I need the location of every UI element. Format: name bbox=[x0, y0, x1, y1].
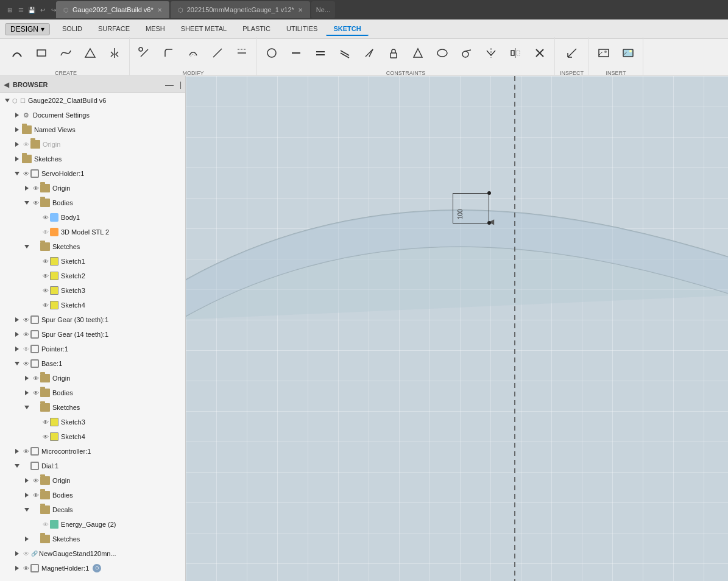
line2-tool[interactable] bbox=[230, 37, 254, 69]
sketch2-eye[interactable]: 👁 bbox=[41, 272, 50, 280]
base-sketches-arrow[interactable] bbox=[22, 403, 32, 412]
tree-body1[interactable]: 👁 Body1 bbox=[0, 210, 185, 225]
tree-base-origin[interactable]: 👁 Origin bbox=[0, 371, 185, 386]
save-icon[interactable]: 💾 bbox=[27, 5, 37, 15]
sketch1-eye[interactable]: 👁 bbox=[41, 257, 50, 266]
base-bodies-arrow[interactable] bbox=[22, 388, 32, 398]
tree-servoholder-sketches[interactable]: Sketches bbox=[0, 239, 185, 254]
dial-bodies-eye[interactable]: 👁 bbox=[32, 491, 40, 499]
design-button[interactable]: DESIGN ▾ bbox=[5, 23, 50, 35]
dial-origin-arrow[interactable] bbox=[22, 476, 32, 485]
tree-base-bodies[interactable]: 👁 Bodies bbox=[0, 386, 185, 400]
servoholder-eye[interactable]: 👁 bbox=[22, 169, 30, 178]
canvas-area[interactable]: 100 ◀ bbox=[186, 76, 728, 581]
browser-left-arrow[interactable]: ◀ bbox=[4, 80, 9, 89]
lock-tool[interactable] bbox=[381, 37, 406, 69]
sketch3-sh-eye[interactable]: 👁 bbox=[41, 286, 50, 295]
tree-sketches-top[interactable]: Sketches bbox=[0, 152, 185, 166]
tree-base-sketches[interactable]: Sketches bbox=[0, 400, 185, 415]
body1-eye[interactable]: 👁 bbox=[41, 213, 50, 222]
sketch4-base-eye[interactable]: 👁 bbox=[41, 432, 50, 441]
stl2-eye[interactable]: 👁 bbox=[41, 228, 50, 236]
line-tool[interactable] bbox=[205, 37, 230, 69]
tree-magnet-holder[interactable]: 👁 MagnetHolder:1 ⊙ bbox=[0, 561, 185, 576]
ngs-arrow[interactable] bbox=[12, 549, 22, 558]
base-eye[interactable]: 👁 bbox=[22, 359, 30, 368]
base-bodies-eye[interactable]: 👁 bbox=[32, 389, 40, 397]
sketches-top-arrow[interactable] bbox=[12, 154, 22, 164]
tree-dial-sketches[interactable]: Sketches bbox=[0, 532, 185, 546]
tree-origin-top[interactable]: 👁 Origin bbox=[0, 137, 185, 152]
tree-servoholder[interactable]: 👁 ServoHolder:1 bbox=[0, 166, 185, 181]
tree-dial[interactable]: Dial:1 bbox=[0, 459, 185, 473]
tree-stl2[interactable]: 👁 3D Model STL 2 bbox=[0, 225, 185, 239]
base-arrow[interactable] bbox=[12, 359, 22, 368]
dial-bodies-arrow[interactable] bbox=[22, 490, 32, 500]
tab-solid[interactable]: SOLID bbox=[55, 23, 90, 36]
dial-decals-arrow[interactable] bbox=[22, 505, 32, 515]
tree-pointer[interactable]: 👁 Pointer:1 bbox=[0, 342, 185, 356]
photo-insert-tool[interactable] bbox=[616, 37, 640, 69]
tab-sketch[interactable]: SKETCH bbox=[326, 23, 368, 36]
tree-sketch3-sh[interactable]: 👁 Sketch3 bbox=[0, 283, 185, 298]
tree-spur-gear-14[interactable]: 👁 Spur Gear (14 teeth):1 bbox=[0, 327, 185, 342]
mh-eye[interactable]: 👁 bbox=[22, 564, 30, 572]
circle-tool[interactable] bbox=[260, 37, 284, 69]
mh-arrow[interactable] bbox=[12, 563, 22, 573]
dial-origin-eye[interactable]: 👁 bbox=[32, 476, 40, 485]
perpendicular-tool[interactable] bbox=[357, 37, 381, 69]
new-tab[interactable]: Ne... bbox=[311, 1, 335, 18]
origin-top-eye[interactable]: 👁 bbox=[22, 140, 30, 149]
undo-icon[interactable]: ↩ bbox=[38, 5, 48, 15]
tree-named-views[interactable]: Named Views bbox=[0, 122, 185, 137]
tab-plastic[interactable]: PLASTIC bbox=[235, 23, 278, 36]
mc-eye[interactable]: 👁 bbox=[22, 447, 30, 456]
ngs-eye[interactable]: 👁 bbox=[22, 549, 30, 558]
triangle-tool[interactable] bbox=[78, 37, 102, 69]
sg14-arrow[interactable] bbox=[12, 329, 22, 339]
tree-energy-gauge[interactable]: 👁 Energy_Gauge (2) bbox=[0, 517, 185, 532]
tab-gauge2022[interactable]: ⬡ Gauge2022_ClaatBuild v6* ✕ bbox=[56, 1, 169, 18]
base-origin-arrow[interactable] bbox=[22, 373, 32, 383]
sg30-arrow[interactable] bbox=[12, 315, 22, 325]
servoholder-arrow[interactable] bbox=[12, 169, 22, 178]
named-views-arrow[interactable] bbox=[12, 125, 22, 135]
tree-dial-decals[interactable]: Decals bbox=[0, 502, 185, 517]
tree-spur-gear-30[interactable]: 👁 Spur Gear (30 teeth):1 bbox=[0, 312, 185, 327]
tree-sketch4-base[interactable]: 👁 Sketch4 bbox=[0, 429, 185, 444]
trim-tool[interactable] bbox=[132, 37, 157, 69]
tree-microcontroller[interactable]: 👁 Microcontroller:1 bbox=[0, 444, 185, 459]
root-expand-arrow[interactable] bbox=[2, 96, 12, 105]
tree-sketch3-base[interactable]: 👁 Sketch3 bbox=[0, 415, 185, 429]
pointer-arrow[interactable] bbox=[12, 344, 22, 354]
tree-root[interactable]: ⬡ ☐ Gauge2022_ClaatBuild v6 bbox=[0, 93, 185, 108]
sh-sketches-arrow[interactable] bbox=[22, 242, 32, 252]
symmetric-tool[interactable] bbox=[406, 37, 430, 69]
measure-tool[interactable] bbox=[560, 37, 584, 69]
parallel-tool[interactable] bbox=[333, 37, 357, 69]
sg14-eye[interactable]: 👁 bbox=[22, 330, 30, 339]
tree-sketch2[interactable]: 👁 Sketch2 bbox=[0, 269, 185, 283]
sh-bodies-arrow[interactable] bbox=[22, 198, 32, 208]
fillet-tool[interactable] bbox=[157, 37, 181, 69]
tab-gauge2022-close[interactable]: ✕ bbox=[157, 7, 162, 13]
origin-top-arrow[interactable] bbox=[12, 139, 22, 149]
mc-arrow[interactable] bbox=[12, 446, 22, 456]
sh-bodies-eye[interactable]: 👁 bbox=[32, 199, 40, 207]
mirror-tool[interactable] bbox=[102, 37, 127, 69]
ellipse-tool[interactable] bbox=[430, 37, 454, 69]
tree-sketch4-sh[interactable]: 👁 Sketch4 bbox=[0, 298, 185, 312]
tangent-tool[interactable] bbox=[454, 37, 479, 69]
horizontal-tool[interactable] bbox=[284, 37, 308, 69]
tree-dial-bodies[interactable]: 👁 Bodies bbox=[0, 488, 185, 502]
sketch4-sh-eye[interactable]: 👁 bbox=[41, 301, 50, 309]
tab-surface[interactable]: SURFACE bbox=[91, 23, 137, 36]
symmetry-tool[interactable] bbox=[479, 37, 503, 69]
offset-tool[interactable] bbox=[181, 37, 205, 69]
tree-base[interactable]: 👁 Base:1 bbox=[0, 356, 185, 371]
dial-sketches-arrow[interactable] bbox=[22, 534, 32, 544]
sketch3-base-eye[interactable]: 👁 bbox=[41, 418, 50, 426]
menu-icon[interactable]: ☰ bbox=[16, 5, 26, 15]
tab-mesh[interactable]: MESH bbox=[138, 23, 172, 36]
browser-pin-btn[interactable]: | bbox=[180, 80, 182, 89]
